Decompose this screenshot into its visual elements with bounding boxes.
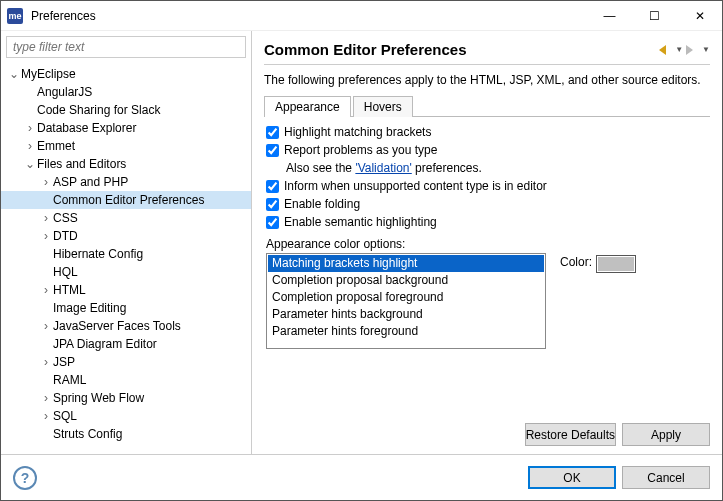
- tree-item[interactable]: ›JavaServer Faces Tools: [1, 317, 251, 335]
- restore-defaults-button[interactable]: Restore Defaults: [525, 423, 616, 446]
- color-options-list[interactable]: Matching brackets highlightCompletion pr…: [266, 253, 546, 349]
- tree-item[interactable]: Code Sharing for Slack: [1, 101, 251, 119]
- sidebar: ⌄MyEclipseAngularJSCode Sharing for Slac…: [1, 31, 252, 454]
- tree-item-label: DTD: [53, 229, 78, 243]
- tree-item-label: Code Sharing for Slack: [37, 103, 160, 117]
- back-menu[interactable]: ▼: [675, 45, 683, 54]
- tree-item-label: Database Explorer: [37, 121, 136, 135]
- check-label: Highlight matching brackets: [284, 125, 431, 139]
- apply-button[interactable]: Apply: [622, 423, 710, 446]
- tree-item[interactable]: ›SQL: [1, 407, 251, 425]
- tree-item-label: Common Editor Preferences: [53, 193, 204, 207]
- chevron-right-icon[interactable]: ›: [39, 283, 53, 297]
- check-label: Inform when unsupported content type is …: [284, 179, 547, 193]
- close-button[interactable]: ✕: [677, 1, 722, 31]
- tree-item-label: Spring Web Flow: [53, 391, 144, 405]
- tree-item[interactable]: ›ASP and PHP: [1, 173, 251, 191]
- check-label: Enable semantic highlighting: [284, 215, 437, 229]
- tree-item-label: HTML: [53, 283, 86, 297]
- tree-item[interactable]: ⌄MyEclipse: [1, 65, 251, 83]
- chevron-right-icon[interactable]: ›: [39, 409, 53, 423]
- dialog-footer: ? OK Cancel: [1, 454, 722, 500]
- page-description: The following preferences apply to the H…: [264, 73, 710, 87]
- chevron-right-icon[interactable]: ›: [39, 211, 53, 225]
- ok-button[interactable]: OK: [528, 466, 616, 489]
- color-option-item[interactable]: Completion proposal foreground: [268, 289, 544, 306]
- tree-item-label: AngularJS: [37, 85, 92, 99]
- check-label: Report problems as you type: [284, 143, 437, 157]
- tree-item[interactable]: Image Editing: [1, 299, 251, 317]
- tree-item[interactable]: ›DTD: [1, 227, 251, 245]
- color-option-item[interactable]: Parameter hints background: [268, 306, 544, 323]
- forward-menu[interactable]: ▼: [702, 45, 710, 54]
- chevron-right-icon[interactable]: ›: [39, 175, 53, 189]
- minimize-button[interactable]: —: [587, 1, 632, 31]
- tree-item-label: Struts Config: [53, 427, 122, 441]
- color-options-label: Appearance color options:: [266, 237, 708, 251]
- tree-item[interactable]: Common Editor Preferences: [1, 191, 251, 209]
- chevron-right-icon[interactable]: ›: [39, 355, 53, 369]
- color-option-item[interactable]: Completion proposal background: [268, 272, 544, 289]
- maximize-button[interactable]: ☐: [632, 1, 677, 31]
- check-label: Enable folding: [284, 197, 360, 211]
- back-icon[interactable]: [658, 42, 674, 58]
- preferences-tree[interactable]: ⌄MyEclipseAngularJSCode Sharing for Slac…: [1, 63, 251, 454]
- tree-item-label: SQL: [53, 409, 77, 423]
- chevron-right-icon[interactable]: ›: [39, 319, 53, 333]
- app-icon: me: [7, 8, 23, 24]
- check-inform-unsupported[interactable]: Inform when unsupported content type is …: [266, 179, 708, 193]
- title-bar: me Preferences — ☐ ✕: [1, 1, 722, 31]
- tree-item[interactable]: ›JSP: [1, 353, 251, 371]
- tree-item[interactable]: Hibernate Config: [1, 245, 251, 263]
- chevron-right-icon[interactable]: ›: [23, 121, 37, 135]
- tree-item-label: Hibernate Config: [53, 247, 143, 261]
- tab-appearance[interactable]: Appearance: [264, 96, 351, 117]
- tree-item-label: CSS: [53, 211, 78, 225]
- tree-item[interactable]: ›Spring Web Flow: [1, 389, 251, 407]
- tree-item-label: HQL: [53, 265, 78, 279]
- tree-item[interactable]: ›Emmet: [1, 137, 251, 155]
- help-icon[interactable]: ?: [13, 466, 37, 490]
- forward-icon[interactable]: [685, 42, 701, 58]
- tree-item-label: JPA Diagram Editor: [53, 337, 157, 351]
- tree-item[interactable]: Struts Config: [1, 425, 251, 443]
- cancel-button[interactable]: Cancel: [622, 466, 710, 489]
- tree-item[interactable]: AngularJS: [1, 83, 251, 101]
- color-label: Color:: [560, 255, 592, 269]
- tree-item[interactable]: ›Database Explorer: [1, 119, 251, 137]
- color-option-item[interactable]: Parameter hints foreground: [268, 323, 544, 340]
- color-swatch-button[interactable]: [596, 255, 636, 273]
- check-highlight-brackets[interactable]: Highlight matching brackets: [266, 125, 708, 139]
- window-title: Preferences: [31, 9, 587, 23]
- validation-note: Also see the 'Validation' preferences.: [286, 161, 708, 175]
- page-title: Common Editor Preferences: [264, 41, 656, 58]
- check-semantic-highlighting[interactable]: Enable semantic highlighting: [266, 215, 708, 229]
- check-enable-folding[interactable]: Enable folding: [266, 197, 708, 211]
- tree-item-label: Image Editing: [53, 301, 126, 315]
- tree-item-label: MyEclipse: [21, 67, 76, 81]
- chevron-down-icon[interactable]: ⌄: [23, 157, 37, 171]
- tree-item[interactable]: JPA Diagram Editor: [1, 335, 251, 353]
- validation-link[interactable]: 'Validation': [355, 161, 411, 175]
- chevron-right-icon[interactable]: ›: [23, 139, 37, 153]
- color-option-item[interactable]: Matching brackets highlight: [268, 255, 544, 272]
- tree-item-label: ASP and PHP: [53, 175, 128, 189]
- chevron-down-icon[interactable]: ⌄: [7, 67, 21, 81]
- filter-input[interactable]: [6, 36, 246, 58]
- tab-hovers[interactable]: Hovers: [353, 96, 413, 117]
- tree-item[interactable]: ›CSS: [1, 209, 251, 227]
- tree-item-label: Emmet: [37, 139, 75, 153]
- main-panel: Common Editor Preferences ▼ ▼ The follow…: [252, 31, 722, 454]
- chevron-right-icon[interactable]: ›: [39, 391, 53, 405]
- tree-item-label: JSP: [53, 355, 75, 369]
- tree-item[interactable]: RAML: [1, 371, 251, 389]
- check-report-problems[interactable]: Report problems as you type: [266, 143, 708, 157]
- chevron-right-icon[interactable]: ›: [39, 229, 53, 243]
- tree-item[interactable]: ›HTML: [1, 281, 251, 299]
- tree-item[interactable]: ⌄Files and Editors: [1, 155, 251, 173]
- tree-item-label: JavaServer Faces Tools: [53, 319, 181, 333]
- tree-item[interactable]: HQL: [1, 263, 251, 281]
- tree-item-label: Files and Editors: [37, 157, 126, 171]
- tree-item-label: RAML: [53, 373, 86, 387]
